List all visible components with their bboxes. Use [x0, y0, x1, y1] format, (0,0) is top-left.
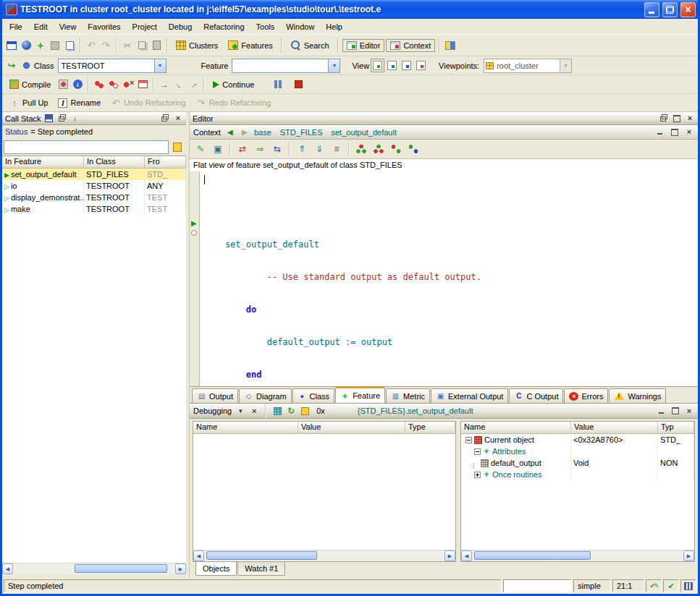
feature-combobox[interactable]: ▼ — [232, 59, 340, 73]
column-in-feature[interactable]: In Feature — [2, 156, 84, 169]
stop-icon[interactable] — [292, 78, 305, 91]
scroll-thumb[interactable] — [474, 551, 591, 560]
breadcrumb-class[interactable]: STD_FILES — [280, 128, 323, 137]
call-stack-hscrollbar[interactable]: ◀ ▶ — [2, 563, 186, 574]
scroll-left-button[interactable]: ◀ — [2, 563, 13, 574]
cut-icon[interactable] — [121, 39, 134, 52]
save-all-icon[interactable] — [63, 39, 76, 52]
paste-icon[interactable] — [150, 39, 163, 52]
class-combobox[interactable]: TESTROOT ▼ — [58, 59, 166, 73]
open-project-icon[interactable] — [20, 39, 33, 52]
column-name[interactable]: Name — [461, 422, 571, 434]
column-type[interactable]: Typ — [658, 422, 694, 434]
menu-edit[interactable]: Edit — [28, 20, 54, 33]
maximize-tool-icon[interactable] — [670, 127, 680, 137]
scroll-track[interactable] — [204, 550, 444, 561]
tree-row-attributes[interactable]: Attributes — [461, 446, 694, 457]
column-from[interactable]: Fro — [145, 156, 186, 169]
scroll-right-button[interactable]: ▶ — [683, 550, 694, 561]
minimize-debug-icon[interactable] — [657, 406, 667, 416]
continue-button[interactable]: Continue — [208, 78, 258, 91]
breakpoint-gutter[interactable] — [190, 171, 200, 386]
restore-button[interactable] — [662, 2, 678, 17]
creators-icon[interactable] — [353, 141, 369, 157]
flat-view-icon[interactable] — [400, 59, 413, 72]
tab-diagram[interactable]: Diagram — [239, 388, 292, 403]
object-grid-icon[interactable] — [272, 406, 282, 416]
viewpoints-combobox-arrow[interactable]: ▼ — [560, 59, 571, 72]
save-icon[interactable] — [49, 39, 62, 52]
breadcrumb-feature[interactable]: set_output_default — [331, 128, 397, 137]
debugging-header[interactable]: Debugging 0x {STD_FILES}.set_output_defa… — [190, 404, 698, 419]
watch-icon[interactable] — [300, 406, 310, 416]
clickable-view-icon[interactable] — [385, 59, 398, 72]
watch-hscrollbar[interactable]: ◀ ▶ — [193, 550, 455, 561]
scroll-right-button[interactable]: ▶ — [175, 563, 186, 574]
enable-breakpoints-icon[interactable] — [93, 78, 106, 91]
clusters-button[interactable]: Clusters — [172, 38, 222, 52]
features-button[interactable]: Features — [224, 38, 277, 52]
scroll-left-button[interactable]: ◀ — [193, 550, 204, 561]
refresh-stack-button[interactable] — [170, 140, 185, 154]
table-row[interactable]: make TESTROOT TEST — [2, 203, 186, 215]
watch-table-body[interactable] — [193, 434, 455, 550]
tab-feature[interactable]: Feature — [335, 387, 385, 403]
callees-icon[interactable] — [252, 141, 268, 157]
step-out-icon[interactable] — [185, 75, 203, 93]
menu-favorites[interactable]: Favorites — [82, 20, 126, 33]
text-view-icon[interactable] — [371, 59, 384, 72]
app-icon[interactable] — [6, 4, 17, 15]
menu-project[interactable]: Project — [127, 20, 163, 33]
redo-refactoring-button[interactable]: Redo Refactoring — [192, 94, 276, 111]
pause-icon[interactable] — [271, 78, 284, 91]
menu-tools[interactable]: Tools — [250, 20, 281, 33]
hex-format-button[interactable]: 0x — [313, 406, 328, 416]
expand-icon[interactable] — [474, 472, 481, 478]
dock-panel-icon[interactable] — [70, 114, 80, 123]
collapse-icon[interactable] — [465, 437, 472, 443]
restore-editor-icon[interactable] — [659, 114, 669, 123]
close-tool-icon[interactable] — [684, 127, 694, 137]
collapse-icon[interactable] — [474, 448, 481, 455]
breakpoints-tool-icon[interactable] — [136, 78, 149, 91]
tab-objects[interactable]: Objects — [195, 562, 237, 576]
history-back-icon[interactable] — [225, 127, 235, 137]
new-class-icon[interactable] — [34, 39, 47, 52]
maximize-debug-icon[interactable] — [670, 406, 680, 416]
class-combobox-arrow[interactable]: ▼ — [154, 59, 166, 72]
maximize-panel-icon[interactable] — [160, 114, 170, 123]
editor-button[interactable]: Editor — [342, 39, 385, 52]
table-row[interactable]: set_output_default STD_FILES STD_ — [2, 169, 186, 180]
assigners-icon[interactable] — [269, 141, 285, 157]
refresh-objects-icon[interactable] — [286, 406, 296, 416]
menu-view[interactable]: View — [54, 20, 83, 33]
titlebar[interactable]: TESTROOT in cluster root_cluster located… — [2, 0, 698, 19]
callers-icon[interactable] — [235, 141, 250, 157]
table-row[interactable]: display_demonstrat... TESTROOT TEST — [2, 192, 186, 203]
scroll-track[interactable] — [472, 550, 683, 561]
tab-errors[interactable]: Errors — [564, 388, 608, 403]
code-area[interactable]: set_output_default -- Use standard outpu… — [200, 171, 698, 386]
column-type[interactable]: Type — [405, 422, 455, 434]
tree-row-default-output[interactable]: default_output Void NON — [461, 457, 694, 469]
close-debug-tool-icon[interactable] — [249, 406, 259, 416]
history-forward-icon[interactable] — [240, 127, 250, 137]
tab-external-output[interactable]: External Output — [431, 388, 508, 403]
new-window-icon[interactable] — [5, 39, 18, 52]
float-panel-icon[interactable] — [57, 114, 67, 123]
save-call-stack-icon[interactable] — [44, 114, 54, 123]
maximize-editor-icon[interactable] — [672, 114, 682, 123]
menu-debug[interactable]: Debug — [163, 20, 198, 33]
tab-watch-1[interactable]: Watch #1 — [237, 562, 285, 576]
column-value[interactable]: Value — [298, 422, 405, 434]
menu-file[interactable]: File — [4, 20, 28, 33]
external-commands-icon[interactable] — [444, 39, 457, 52]
open-in-new-tab-icon[interactable] — [5, 59, 18, 72]
objects-hscrollbar[interactable]: ◀ ▶ — [461, 550, 694, 561]
close-panel-icon[interactable] — [173, 114, 183, 123]
open-in-new-tab-icon[interactable] — [210, 141, 226, 157]
menu-refactoring[interactable]: Refactoring — [198, 20, 250, 33]
scroll-left-button[interactable]: ◀ — [461, 550, 472, 561]
copy-icon[interactable] — [135, 39, 148, 52]
disable-breakpoints-icon[interactable] — [107, 78, 120, 91]
